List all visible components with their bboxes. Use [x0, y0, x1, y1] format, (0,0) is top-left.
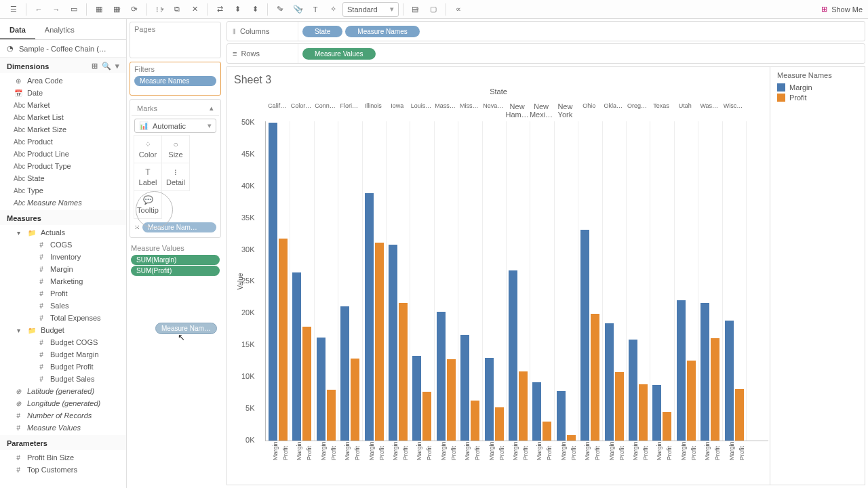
col-pill-measure-names[interactable]: Measure Names — [345, 26, 419, 37]
bar-margin[interactable] — [677, 300, 686, 441]
bar-margin[interactable] — [725, 321, 734, 441]
bar-profit[interactable] — [302, 327, 311, 441]
state-header-label[interactable]: Ohio — [577, 102, 601, 119]
pin-icon[interactable]: ✧ — [325, 2, 341, 17]
meas-budget-sales[interactable]: #Budget Sales — [0, 373, 126, 385]
bar-profit[interactable] — [687, 361, 696, 441]
state-header-label[interactable]: Utah — [673, 102, 697, 119]
auto-update-icon[interactable]: ⟳▾ — [126, 2, 142, 17]
forward-icon[interactable]: → — [48, 2, 64, 17]
bar-profit[interactable] — [422, 392, 431, 441]
state-header-label[interactable]: Neva… — [481, 102, 505, 119]
dim-state[interactable]: AbcState — [0, 172, 126, 184]
bar-profit[interactable] — [567, 435, 576, 441]
bar-profit[interactable] — [375, 243, 384, 441]
bar-margin[interactable] — [652, 385, 661, 441]
state-header-label[interactable]: Conn… — [313, 102, 337, 119]
bar-margin[interactable] — [389, 245, 397, 441]
bar-margin[interactable] — [532, 382, 541, 441]
mark-tooltip[interactable]: 💬Tooltip — [134, 190, 162, 219]
mv-pill-margin[interactable]: SUM(Margin) — [131, 255, 220, 265]
col-pill-state[interactable]: State — [302, 26, 342, 37]
measure-values-shelf[interactable]: Measure Values SUM(Margin) SUM(Profit) — [130, 241, 221, 279]
bar-margin[interactable] — [701, 303, 709, 441]
bar-profit[interactable] — [519, 371, 528, 441]
state-header-label[interactable]: NewMexi… — [529, 102, 553, 119]
filters-shelf[interactable]: Filters Measure Names — [130, 62, 221, 96]
mark-label[interactable]: TLabel — [134, 163, 162, 191]
meas-margin[interactable]: #Margin — [0, 263, 126, 275]
meas-budget-profit[interactable]: #Budget Profit — [0, 361, 126, 373]
mark-color[interactable]: ⁘Color — [134, 135, 162, 163]
state-header-label[interactable]: Mass… — [433, 102, 457, 119]
bar-margin[interactable] — [317, 338, 326, 441]
bar-margin[interactable] — [437, 312, 446, 441]
group-actuals[interactable]: ▾📁Actuals — [0, 226, 126, 239]
bar-margin[interactable] — [605, 323, 614, 441]
bar-profit[interactable] — [495, 407, 504, 441]
state-header-label[interactable]: Oreg… — [625, 102, 649, 119]
legend-card[interactable]: Measure Names MarginProfit — [770, 67, 865, 485]
bar-margin[interactable] — [629, 340, 637, 441]
bar-margin[interactable] — [365, 193, 374, 441]
bar-margin[interactable] — [340, 306, 349, 441]
dim-market[interactable]: AbcMarket — [0, 99, 126, 111]
bar-profit[interactable] — [663, 412, 671, 441]
dim-date[interactable]: 📅Date — [0, 87, 126, 99]
back-icon[interactable]: ← — [31, 2, 47, 17]
row-pill-measure-values[interactable]: Measure Values — [302, 48, 376, 60]
bar-profit[interactable] — [591, 314, 599, 441]
state-header-label[interactable]: Calif… — [265, 102, 289, 119]
highlight-icon[interactable]: ✎▾ — [272, 2, 288, 17]
pages-shelf[interactable]: Pages — [130, 22, 221, 58]
bar-profit[interactable] — [327, 390, 336, 441]
bar-margin[interactable] — [509, 270, 517, 441]
dim-market-list[interactable]: AbcMarket List — [0, 111, 126, 123]
legend-item-margin[interactable]: Margin — [777, 83, 858, 92]
data-source-icon[interactable]: ▦ — [91, 2, 107, 17]
dim-type[interactable]: AbcType — [0, 184, 126, 197]
state-header-label[interactable]: Flori… — [337, 102, 361, 119]
dim-measure-names[interactable]: AbcMeasure Names — [0, 197, 126, 209]
bar-profit[interactable] — [639, 384, 648, 441]
meas-inventory[interactable]: #Inventory — [0, 251, 126, 263]
datasource-row[interactable]: ◔ Sample - Coffee Chain (… — [0, 40, 126, 58]
state-header-label[interactable]: Iowa — [385, 102, 409, 119]
marks-pill-measure-names[interactable]: Measure Nam… — [142, 222, 216, 232]
bar-margin[interactable] — [269, 123, 277, 441]
sheet-title[interactable]: Sheet 3 — [234, 74, 764, 86]
mv-pill-profit[interactable]: SUM(Profit) — [131, 266, 220, 276]
mark-size[interactable]: ○Size — [161, 135, 190, 163]
param-top-customers[interactable]: #Top Customers — [0, 464, 126, 476]
meas-budget-cogs[interactable]: #Budget COGS — [0, 336, 126, 348]
bar-profit[interactable] — [471, 401, 479, 441]
bar-profit[interactable] — [279, 239, 288, 441]
state-header-label[interactable]: NewYork — [553, 102, 577, 119]
meas-latitude-generated-[interactable]: ⊕Latitude (generated) — [0, 385, 126, 397]
state-header-label[interactable]: Okla… — [601, 102, 625, 119]
meas-number-of-records[interactable]: #Number of Records — [0, 409, 126, 422]
dim-market-size[interactable]: AbcMarket Size — [0, 123, 126, 136]
state-header-label[interactable]: Miss… — [457, 102, 481, 119]
legend-item-profit[interactable]: Profit — [777, 94, 858, 102]
menu-icon[interactable]: ☰ — [5, 2, 22, 17]
presentation-icon[interactable]: ▢ — [425, 2, 441, 17]
mark-type-select[interactable]: 📊Automatic▾ — [134, 119, 216, 133]
refresh-icon[interactable]: ▦▾ — [108, 2, 125, 17]
bar-profit[interactable] — [351, 359, 359, 441]
meas-sales[interactable]: #Sales — [0, 300, 126, 312]
state-header-label[interactable]: Illinois — [361, 102, 385, 119]
state-header-label[interactable]: Color… — [289, 102, 313, 119]
bar-margin[interactable] — [485, 358, 494, 441]
search-icon[interactable]: 🔍 — [102, 62, 111, 70]
bar-profit[interactable] — [711, 338, 719, 441]
dim-product-line[interactable]: AbcProduct Line — [0, 148, 126, 160]
share-icon[interactable]: ∝ — [450, 2, 467, 17]
dim-area-code[interactable]: ⊕Area Code — [0, 75, 126, 87]
state-header-label[interactable]: Was… — [697, 102, 721, 119]
mark-detail[interactable]: ⫶Detail — [161, 163, 190, 191]
swap-icon[interactable]: ⇄ — [212, 2, 228, 17]
cards-icon[interactable]: ▤▾ — [408, 2, 424, 17]
meas-cogs[interactable]: #COGS — [0, 239, 126, 251]
new-worksheet-icon[interactable]: ⫶⫶▾ — [151, 2, 167, 17]
